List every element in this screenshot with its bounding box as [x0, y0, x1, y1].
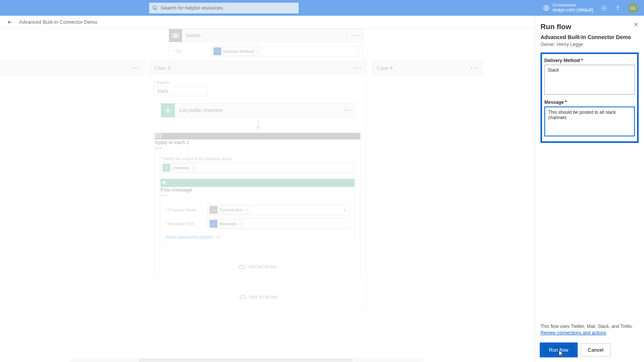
svg-line-1: [156, 8, 157, 10]
user-avatar[interactable]: HL: [628, 3, 639, 13]
svg-point-0: [153, 6, 156, 9]
svg-point-4: [617, 9, 618, 10]
run-flow-panel: ✕ Run flow Advanced Built-In Connector D…: [535, 16, 644, 29]
top-bar: Environments enayu.com (default) HL: [0, 0, 644, 16]
help-icon[interactable]: [614, 5, 621, 11]
panel-title: Run flow: [540, 23, 639, 29]
search-icon: [152, 5, 158, 11]
environment-value: enayu.com (default): [553, 7, 593, 13]
environment-label: Environments: [553, 3, 593, 7]
search-input[interactable]: [161, 5, 296, 11]
close-panel-icon[interactable]: ✕: [634, 21, 639, 28]
environment-picker[interactable]: Environments enayu.com (default): [543, 3, 593, 13]
settings-icon[interactable]: [600, 5, 607, 11]
svg-point-3: [603, 7, 605, 9]
environment-icon: [543, 5, 550, 11]
global-search[interactable]: [149, 3, 299, 13]
breadcrumb-title: Advanced Built-In Connector Demo: [19, 19, 97, 25]
back-icon[interactable]: [7, 19, 13, 25]
